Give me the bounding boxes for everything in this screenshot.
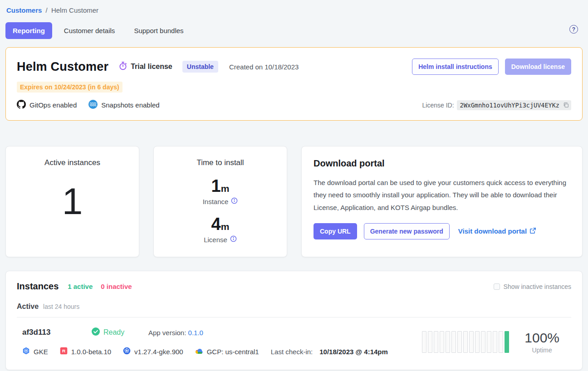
active-count: 1 active — [68, 283, 93, 290]
uptime-label: Uptime — [524, 347, 559, 354]
tab-support-bundles[interactable]: Support bundles — [127, 22, 191, 39]
gke-icon — [22, 347, 30, 356]
created-date: Created on 10/18/2023 — [229, 63, 299, 71]
active-instances-title: Active instances — [6, 158, 139, 167]
uptime-value: 100% — [524, 330, 559, 345]
active-group-label: Active — [17, 303, 39, 311]
license-id-group: License ID: 2WxGmnho11ovUhYPi3cjUV4EYKz — [422, 100, 572, 110]
tab-reporting[interactable]: Reporting — [5, 22, 52, 39]
copy-icon[interactable] — [563, 102, 569, 109]
tab-bar: Reporting Customer details Support bundl… — [5, 22, 583, 39]
instances-title: Instances — [17, 281, 59, 292]
stopwatch-icon — [118, 61, 131, 72]
time-to-install-title: Time to install — [154, 158, 287, 167]
check-circle-icon — [92, 327, 100, 337]
tab-customer-details[interactable]: Customer details — [57, 22, 122, 39]
visit-download-portal-link[interactable]: Visit download portal — [458, 227, 536, 235]
copy-url-button[interactable]: Copy URL — [314, 223, 357, 239]
customer-name: Helm Customer — [17, 60, 108, 74]
status-badge: Ready — [92, 327, 148, 337]
kubernetes-icon — [123, 347, 131, 356]
instance-install-label: Instance — [154, 197, 287, 205]
help-icon[interactable]: ? — [569, 25, 578, 34]
gitops-feature: GitOps enabled — [17, 100, 77, 110]
replicated-icon: R — [60, 347, 68, 356]
app-version-link[interactable]: 0.1.0 — [188, 329, 203, 337]
last-checkin-item: Last check-in: 10/18/2023 @ 4:14pm — [271, 348, 388, 356]
instance-id: af3d113 — [22, 328, 92, 337]
k8s-version-item: v1.27.4-gke.900 — [123, 347, 183, 356]
active-group-range: last 24 hours — [43, 303, 79, 310]
inactive-count: 0 inactive — [101, 283, 132, 290]
license-install-time: 4m — [154, 215, 287, 233]
info-icon[interactable] — [231, 197, 238, 205]
active-instances-card: Active instances 1 — [5, 146, 139, 257]
channel-badge: Unstable — [182, 61, 218, 73]
expires-badge: Expires on 10/24/2023 (in 6 days) — [17, 82, 122, 93]
distribution-item: GKE — [22, 347, 48, 356]
download-portal-description: The download portal can be used to give … — [314, 176, 570, 214]
license-id-value: 2WxGmnho11ovUhYPi3cjUV4EYKz — [457, 100, 571, 110]
show-inactive-toggle[interactable]: Show inactive instances — [494, 283, 571, 290]
license-install-label: License — [154, 235, 287, 244]
svg-text:R: R — [62, 348, 65, 353]
github-icon — [17, 100, 29, 110]
metrics-row: Active instances 1 Time to install 1m In… — [5, 146, 583, 257]
active-instances-value: 1 — [6, 183, 139, 220]
customer-summary-card: Helm Customer Trial license Unstable Cre… — [5, 47, 583, 121]
show-inactive-label: Show inactive instances — [504, 283, 571, 290]
download-license-button[interactable]: Download license — [505, 59, 571, 75]
instance-install-time: 1m — [154, 177, 287, 195]
download-portal-card: Download portal The download portal can … — [301, 146, 583, 257]
breadcrumb-customers-link[interactable]: Customers — [6, 6, 42, 14]
license-id-label: License ID: — [422, 102, 454, 109]
instance-row[interactable]: af3d113 Ready App version: 0.1.0 — [17, 317, 571, 359]
license-type: Trial license — [118, 61, 172, 72]
time-to-install-card: Time to install 1m Instance 4m License — [153, 146, 287, 257]
breadcrumb-separator: / — [46, 6, 48, 14]
license-type-label: Trial license — [131, 63, 172, 71]
gcp-icon — [195, 348, 203, 356]
helm-install-instructions-button[interactable]: Helm install instructions — [412, 59, 499, 75]
generate-password-button[interactable]: Generate new password — [364, 223, 450, 239]
external-link-icon — [529, 227, 536, 235]
page: Customers / Helm Customer Reporting Cust… — [0, 0, 588, 370]
snapshots-label: Snapshots enabled — [101, 101, 159, 109]
show-inactive-checkbox[interactable] — [494, 283, 500, 290]
snapshots-feature: Snapshots enabled — [88, 100, 159, 110]
breadcrumb-current: Helm Customer — [51, 6, 98, 14]
download-portal-title: Download portal — [314, 158, 570, 169]
info-icon[interactable] — [230, 235, 237, 244]
gitops-label: GitOps enabled — [29, 101, 77, 109]
uptime-chart — [422, 331, 509, 353]
snapshots-icon — [88, 100, 101, 110]
breadcrumb: Customers / Helm Customer — [5, 0, 583, 14]
region-item: GCP: us-central1 — [195, 348, 259, 356]
instances-card: Instances 1 active 0 inactive Show inact… — [5, 271, 583, 370]
kots-version-item: R 1.0.0-beta.10 — [60, 347, 111, 356]
app-version: App version: 0.1.0 — [148, 329, 203, 337]
